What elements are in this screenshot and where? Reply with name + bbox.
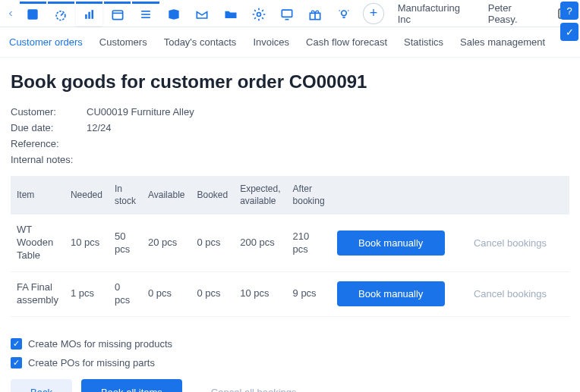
th-item: Item (11, 176, 65, 215)
page-title: Book goods for customer order CO00091 (11, 71, 569, 93)
th-booked: Booked (191, 176, 234, 215)
back-button[interactable]: Back (11, 379, 72, 392)
table-row: FA Final assembly 1 pcs 0 pcs 0 pcs 0 pc… (11, 271, 569, 316)
svg-rect-4 (88, 12, 90, 19)
svg-rect-5 (91, 10, 93, 19)
th-instock: In stock (109, 176, 142, 215)
cell-instock: 0 pcs (109, 271, 142, 316)
topbar: + Manufacturing Inc Peter Peasy. (0, 0, 580, 27)
cancel-bookings-button[interactable]: Cancel bookings (457, 230, 563, 256)
book-all-button[interactable]: Book all items (81, 379, 182, 392)
th-needed: Needed (65, 176, 109, 215)
cell-expected: 200 pcs (234, 215, 286, 271)
ref-label: Reference: (11, 138, 87, 149)
footer-buttons: Back Book all items Cancel all bookings (11, 379, 569, 392)
svg-point-1 (57, 11, 66, 20)
help-button[interactable]: ? (560, 2, 578, 20)
cell-booked: 0 pcs (191, 215, 234, 271)
book-manually-button[interactable]: Book manually (337, 281, 445, 306)
cancel-bookings-button[interactable]: Cancel bookings (457, 281, 563, 306)
cell-available: 0 pcs (142, 271, 191, 316)
svg-point-18 (339, 10, 340, 11)
subnav-sales-mgmt[interactable]: Sales management (460, 36, 545, 48)
nav-icon-calendar[interactable] (104, 2, 131, 26)
svg-rect-6 (112, 11, 122, 20)
meta-block: Customer:CU00019 Furniture Alley Due dat… (11, 106, 569, 165)
nav-icon-monitor[interactable] (274, 2, 301, 26)
svg-point-16 (341, 11, 346, 16)
nav-icon-bulb[interactable] (330, 2, 357, 26)
cell-available: 20 pcs (142, 215, 191, 271)
svg-line-2 (61, 13, 63, 15)
th-cancel (451, 176, 569, 215)
cell-item: FA Final assembly (11, 271, 65, 316)
nav-icon-gear[interactable] (245, 2, 272, 26)
subnav-statistics[interactable]: Statistics (404, 36, 443, 48)
cell-instock: 50 pcs (109, 215, 142, 271)
svg-point-19 (348, 10, 349, 11)
th-book (331, 176, 451, 215)
options-block: ✓ Create MOs for missing products ✓ Crea… (11, 338, 569, 368)
cell-after: 210 pcs (287, 215, 331, 271)
create-po-checkbox[interactable]: ✓ (11, 357, 22, 368)
cell-after: 9 pcs (287, 271, 331, 316)
tasks-button[interactable]: ✓ (560, 23, 578, 41)
user-name[interactable]: Peter Peasy. (488, 2, 543, 25)
svg-point-11 (257, 13, 260, 17)
side-buttons: ? ✓ (560, 2, 578, 41)
customer-label: Customer: (11, 106, 87, 118)
customer-value: CU00019 Furniture Alley (87, 106, 194, 118)
nav-icon-gift[interactable] (302, 2, 329, 26)
cell-item: WT Wooden Table (11, 215, 65, 271)
nav-icon-chart[interactable] (76, 2, 102, 26)
table-row: WT Wooden Table 10 pcs 50 pcs 20 pcs 0 p… (11, 215, 569, 271)
subnav-todays-contacts[interactable]: Today's contacts (164, 36, 237, 48)
notes-label: Internal notes: (11, 154, 87, 165)
subnav-customers[interactable]: Customers (99, 36, 147, 48)
subnav-customer-orders[interactable]: Customer orders (9, 36, 83, 48)
nav-icon-folder[interactable] (217, 2, 244, 26)
cancel-all-button[interactable]: Cancel all bookings (191, 379, 317, 392)
svg-rect-12 (282, 10, 292, 17)
page-content: Book goods for customer order CO00091 Cu… (0, 58, 580, 392)
subnav-invoices[interactable]: Invoices (253, 36, 289, 48)
back-arrow[interactable] (3, 2, 18, 26)
due-label: Due date: (11, 122, 87, 133)
nav-icon-dashboard[interactable] (48, 2, 74, 26)
th-after: After booking (287, 176, 331, 215)
cell-needed: 10 pcs (65, 215, 109, 271)
nav-icon-1[interactable] (20, 2, 46, 26)
th-available: Available (142, 176, 191, 215)
company-name[interactable]: Manufacturing Inc (398, 2, 474, 25)
nav-icon-inbox[interactable] (189, 2, 216, 26)
nav-icon-list[interactable] (132, 2, 159, 26)
due-value: 12/24 (87, 122, 112, 133)
create-mo-checkbox[interactable]: ✓ (11, 338, 22, 350)
subnav-cash-flow[interactable]: Cash flow forecast (306, 36, 387, 48)
cell-needed: 1 pcs (65, 271, 109, 316)
booking-table: Item Needed In stock Available Booked Ex… (11, 176, 569, 317)
th-expected: Expected, available (234, 176, 286, 215)
nav-icon-book[interactable] (161, 2, 188, 26)
cell-expected: 10 pcs (234, 271, 286, 316)
create-mo-label: Create MOs for missing products (28, 338, 172, 350)
svg-rect-3 (85, 14, 87, 19)
subnav: Customer orders Customers Today's contac… (0, 27, 580, 58)
book-manually-button[interactable]: Book manually (337, 230, 445, 256)
create-po-label: Create POs for missing parts (28, 357, 155, 368)
svg-rect-0 (28, 9, 38, 19)
add-button[interactable]: + (363, 3, 383, 24)
cell-booked: 0 pcs (191, 271, 234, 316)
